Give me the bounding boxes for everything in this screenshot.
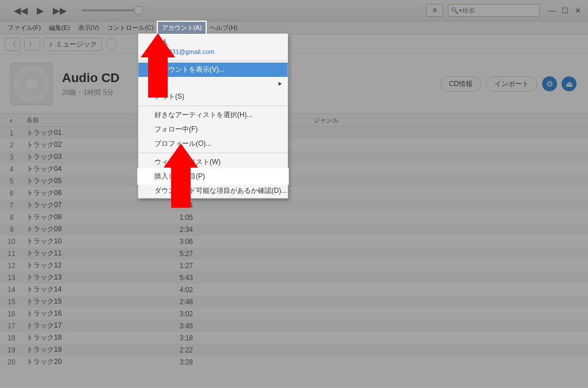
- track-number: 15: [0, 298, 23, 306]
- track-row[interactable]: 12トラック121:27: [0, 259, 588, 271]
- column-genre[interactable]: ジャンル: [314, 116, 588, 125]
- menu-item[interactable]: 編集(E): [45, 22, 74, 34]
- track-row[interactable]: 16トラック163:02: [0, 308, 588, 320]
- track-name: トラック18: [23, 333, 158, 343]
- track-name: トラック07: [23, 200, 158, 210]
- track-row[interactable]: 14トラック144:02: [0, 284, 588, 296]
- dropdown-item[interactable]: ウィッシュリスト(W): [138, 155, 288, 169]
- track-name: トラック11: [23, 249, 158, 258]
- menu-item[interactable]: コントロール(C): [103, 22, 157, 34]
- track-row[interactable]: 11トラック115:27: [0, 247, 588, 259]
- track-number: 19: [0, 346, 23, 354]
- track-time: 5:27: [158, 250, 204, 258]
- track-name: トラック13: [23, 273, 158, 282]
- cd-info-button[interactable]: CD情報: [440, 76, 481, 92]
- eject-button[interactable]: ⏏: [562, 76, 577, 91]
- menu-item[interactable]: アカウント(A): [158, 22, 206, 34]
- track-name: トラック08: [23, 212, 158, 222]
- track-name: トラック16: [23, 309, 158, 319]
- track-time: 5:43: [158, 274, 204, 282]
- track-row[interactable]: 15トラック152:48: [0, 296, 588, 308]
- track-number: 9: [0, 226, 23, 234]
- album-meta: 20曲・1時間 5分: [62, 88, 119, 98]
- track-name: トラック17: [23, 321, 158, 331]
- track-time: 2:34: [158, 226, 204, 234]
- search-placeholder: 検索: [462, 6, 475, 15]
- track-time: 3:28: [158, 358, 204, 366]
- track-row[interactable]: 7トラック072:44: [0, 199, 588, 211]
- track-number: 13: [0, 274, 23, 282]
- track-time: 3:06: [158, 238, 204, 246]
- library-label: ミュージック: [56, 40, 97, 49]
- track-row[interactable]: 18トラック183:18: [0, 332, 588, 344]
- track-row[interactable]: 20トラック203:28: [0, 356, 588, 368]
- track-list: 1トラック012トラック023トラック034トラック045トラック055:056…: [0, 127, 588, 368]
- track-time: 1:27: [158, 262, 204, 270]
- track-number: 18: [0, 334, 23, 342]
- track-time: 3:18: [158, 334, 204, 342]
- activity-icon[interactable]: [106, 38, 117, 50]
- list-view-button[interactable]: ≡: [426, 4, 443, 17]
- search-input[interactable]: 🔍▾ 検索: [448, 4, 540, 17]
- settings-button[interactable]: ⚙: [542, 76, 557, 91]
- library-selector[interactable]: ♪ ミュージック: [44, 37, 102, 51]
- track-time: 1:05: [158, 214, 204, 222]
- track-name: トラック19: [23, 345, 158, 355]
- music-note-icon: ♪: [49, 40, 52, 48]
- minimize-button[interactable]: —: [547, 6, 558, 15]
- track-row[interactable]: 8トラック081:05: [0, 211, 588, 223]
- import-button[interactable]: インポート: [486, 76, 537, 92]
- track-columns-header: ∧ 名前 時間 アーティスト ジャンル: [0, 113, 588, 127]
- track-time: 3:45: [158, 322, 204, 330]
- forward-button[interactable]: 〉: [24, 37, 40, 51]
- track-row[interactable]: 13トラック135:43: [0, 271, 588, 284]
- track-number: 14: [0, 286, 23, 294]
- track-row[interactable]: 10トラック103:06: [0, 235, 588, 247]
- volume-slider[interactable]: [82, 9, 139, 11]
- close-button[interactable]: ✕: [572, 6, 583, 15]
- track-name: トラック10: [23, 236, 158, 246]
- track-row[interactable]: 4トラック04: [0, 163, 588, 175]
- track-name: トラック12: [23, 261, 158, 270]
- next-icon[interactable]: ▶▶: [53, 5, 67, 16]
- track-number: 8: [0, 214, 23, 222]
- track-number: 2: [0, 141, 23, 149]
- track-number: 17: [0, 322, 23, 330]
- track-number: 16: [0, 310, 23, 318]
- track-row[interactable]: 17トラック173:45: [0, 320, 588, 332]
- prev-icon[interactable]: ◀◀: [14, 5, 28, 16]
- dropdown-item[interactable]: 好きなアーティストを選択(H)...: [138, 108, 288, 122]
- track-row[interactable]: 9トラック092:34: [0, 223, 588, 235]
- dropdown-item[interactable]: ダウンロード可能な項目があるか確認(D)...: [138, 184, 288, 198]
- track-row[interactable]: 6トラック062:40: [0, 187, 588, 199]
- track-name: トラック15: [23, 297, 158, 306]
- back-button[interactable]: 〈: [5, 37, 21, 51]
- nav-row: 〈 〉 ♪ ミュージック: [0, 34, 588, 55]
- track-number: 3: [0, 153, 23, 161]
- track-row[interactable]: 1トラック01: [0, 127, 588, 139]
- menu-item[interactable]: ファイル(F): [3, 22, 45, 34]
- track-number: 4: [0, 165, 23, 173]
- track-number: 10: [0, 238, 23, 246]
- track-number: 11: [0, 250, 23, 258]
- track-name: トラック20: [23, 357, 158, 367]
- search-icon: 🔍▾: [451, 7, 462, 14]
- track-row[interactable]: 5トラック055:05: [0, 175, 588, 187]
- menu-item[interactable]: ヘルプ(H): [206, 22, 241, 34]
- annotation-arrow-2: [164, 143, 198, 208]
- dropdown-item[interactable]: 購入した項目(P): [138, 169, 288, 184]
- sort-asc-icon[interactable]: ∧: [9, 118, 13, 123]
- maximize-button[interactable]: ☐: [559, 6, 571, 15]
- menu-item[interactable]: 表示(V): [74, 22, 103, 34]
- dropdown-item[interactable]: フォロー中(F): [138, 122, 288, 137]
- play-icon[interactable]: ▶: [37, 5, 44, 16]
- track-row[interactable]: 19トラック192:22: [0, 344, 588, 356]
- track-number: 7: [0, 201, 23, 209]
- track-row[interactable]: 2トラック02: [0, 139, 588, 151]
- track-row[interactable]: 3トラック03: [0, 151, 588, 163]
- track-name: トラック14: [23, 285, 158, 294]
- dropdown-item[interactable]: プロフィール(O)...: [138, 137, 288, 151]
- track-number: 6: [0, 189, 23, 197]
- track-time: 2:22: [158, 346, 204, 354]
- track-number: 5: [0, 177, 23, 185]
